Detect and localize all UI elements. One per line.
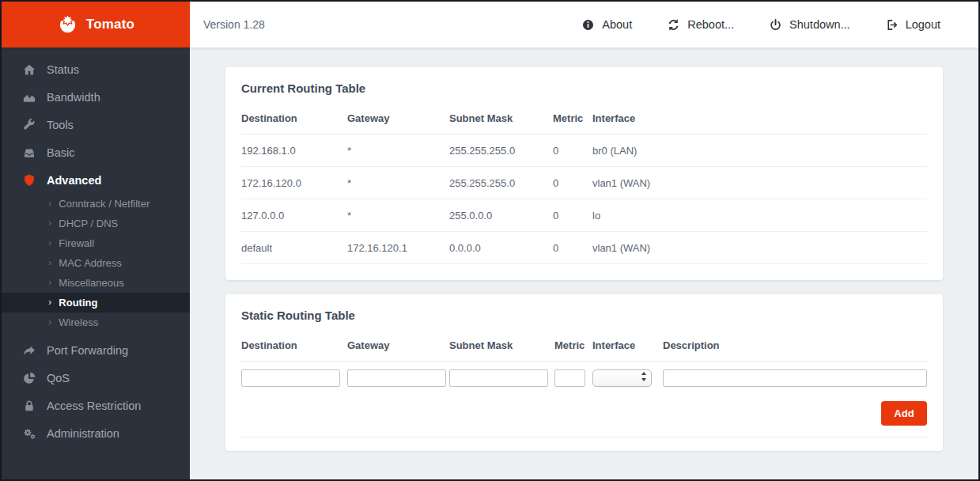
interface-select[interactable] bbox=[592, 369, 652, 387]
subnet-mask-input[interactable] bbox=[449, 369, 548, 387]
cell-interface: vlan1 (WAN) bbox=[592, 232, 927, 264]
power-icon bbox=[769, 18, 782, 32]
add-button[interactable]: Add bbox=[881, 401, 927, 426]
col-destination: Destination bbox=[241, 339, 347, 351]
submenu-label: Firewall bbox=[59, 237, 94, 249]
table-row: 192.168.1.0 * 255.255.255.0 0 br0 (LAN) bbox=[241, 134, 927, 167]
about-button[interactable]: About bbox=[581, 18, 632, 32]
col-interface: Interface bbox=[592, 95, 927, 134]
chevron-right-icon: › bbox=[48, 277, 51, 287]
cell-interface: br0 (LAN) bbox=[592, 134, 927, 167]
sidebar-item-qos[interactable]: QoS bbox=[2, 364, 190, 392]
cell-metric: 0 bbox=[553, 199, 592, 232]
destination-input[interactable] bbox=[241, 369, 340, 387]
submenu-item-conntrack[interactable]: › Conntrack / Netfilter bbox=[2, 194, 190, 214]
wrench-icon bbox=[21, 117, 36, 132]
logout-button[interactable]: Logout bbox=[885, 18, 940, 32]
submenu-item-dhcp-dns[interactable]: › DHCP / DNS bbox=[2, 214, 190, 233]
cell-destination: default bbox=[241, 232, 347, 264]
sidebar-item-label: Status bbox=[47, 63, 79, 76]
gears-icon bbox=[21, 426, 36, 441]
submenu-item-miscellaneous[interactable]: › Miscellaneous bbox=[2, 273, 190, 293]
card-bottom-divider bbox=[241, 437, 927, 451]
sidebar-item-administration[interactable]: Administration bbox=[2, 419, 190, 447]
current-routing-table: Destination Gateway Subnet Mask Metric I… bbox=[241, 95, 927, 264]
home-icon bbox=[21, 62, 36, 77]
submenu-label: DHCP / DNS bbox=[59, 218, 118, 229]
reboot-button[interactable]: Reboot... bbox=[667, 18, 734, 32]
description-input[interactable] bbox=[663, 369, 927, 387]
sidebar-item-label: Administration bbox=[47, 427, 119, 440]
cell-interface: lo bbox=[592, 199, 927, 232]
col-metric: Metric bbox=[553, 95, 592, 134]
col-gateway: Gateway bbox=[347, 95, 449, 134]
submenu-item-firewall[interactable]: › Firewall bbox=[2, 233, 190, 253]
cell-subnet-mask: 0.0.0.0 bbox=[449, 232, 553, 264]
about-label: About bbox=[602, 18, 632, 31]
cell-metric: 0 bbox=[553, 232, 592, 264]
metric-input[interactable] bbox=[554, 369, 585, 387]
col-subnet-mask: Subnet Mask bbox=[449, 95, 553, 134]
brand-logo[interactable]: Tomato bbox=[2, 2, 190, 47]
chevron-right-icon: › bbox=[48, 218, 51, 228]
advanced-submenu: › Conntrack / Netfilter › DHCP / DNS › F… bbox=[2, 194, 190, 332]
submenu-item-mac-address[interactable]: › MAC Address bbox=[2, 253, 190, 273]
cell-gateway: * bbox=[347, 134, 449, 167]
submenu-label: Routing bbox=[59, 297, 97, 309]
cell-gateway: 172.16.120.1 bbox=[347, 232, 449, 264]
sidebar: Status Bandwidth Tools bbox=[2, 47, 190, 479]
refresh-icon bbox=[667, 18, 680, 32]
gateway-input[interactable] bbox=[347, 369, 446, 387]
forward-arrow-icon bbox=[21, 343, 36, 358]
sidebar-item-bandwidth[interactable]: Bandwidth bbox=[2, 83, 190, 111]
static-table-footer: Add bbox=[241, 388, 927, 437]
table-row: default 172.16.120.1 0.0.0.0 0 vlan1 (WA… bbox=[241, 232, 927, 264]
sidebar-item-status[interactable]: Status bbox=[2, 55, 190, 83]
submenu-item-wireless[interactable]: › Wireless bbox=[2, 312, 190, 332]
static-routing-card: Static Routing Table Destination Gateway… bbox=[225, 294, 943, 451]
submenu-label: Miscellaneous bbox=[59, 277, 123, 289]
col-gateway: Gateway bbox=[347, 339, 449, 351]
sidebar-item-label: Port Forwarding bbox=[47, 344, 128, 357]
cell-destination: 172.16.120.0 bbox=[241, 167, 347, 199]
cell-subnet-mask: 255.255.255.0 bbox=[449, 134, 553, 167]
sidebar-item-basic[interactable]: Basic bbox=[2, 138, 190, 166]
table-header-row: Destination Gateway Subnet Mask Metric I… bbox=[241, 95, 927, 134]
chevron-right-icon: › bbox=[48, 198, 51, 208]
col-metric: Metric bbox=[554, 339, 592, 351]
pie-chart-icon bbox=[21, 370, 36, 385]
col-description: Description bbox=[663, 339, 927, 351]
cell-subnet-mask: 255.0.0.0 bbox=[449, 199, 553, 232]
sidebar-item-access-restriction[interactable]: Access Restriction bbox=[2, 392, 190, 419]
sidebar-item-label: Access Restriction bbox=[47, 400, 141, 412]
logout-label: Logout bbox=[906, 18, 940, 31]
chevron-right-icon: › bbox=[48, 257, 51, 267]
table-row: 127.0.0.0 * 255.0.0.0 0 lo bbox=[241, 199, 927, 232]
table-row: 172.16.120.0 * 255.255.255.0 0 vlan1 (WA… bbox=[241, 167, 927, 199]
reboot-label: Reboot... bbox=[687, 18, 734, 31]
cell-destination: 127.0.0.0 bbox=[241, 199, 347, 232]
current-routing-title: Current Routing Table bbox=[241, 81, 927, 95]
brand-name: Tomato bbox=[86, 17, 134, 32]
cell-gateway: * bbox=[347, 167, 449, 199]
logout-icon bbox=[885, 18, 899, 32]
sidebar-item-label: Basic bbox=[47, 146, 74, 159]
sidebar-item-advanced[interactable]: Advanced bbox=[2, 166, 190, 194]
sidebar-item-port-forwarding[interactable]: Port Forwarding bbox=[2, 336, 190, 364]
shield-icon bbox=[21, 172, 36, 187]
shutdown-label: Shutdown... bbox=[789, 18, 850, 31]
submenu-item-routing[interactable]: › Routing bbox=[2, 293, 190, 312]
info-icon bbox=[581, 18, 595, 32]
cell-metric: 0 bbox=[553, 134, 592, 167]
col-interface: Interface bbox=[592, 339, 663, 351]
shutdown-button[interactable]: Shutdown... bbox=[769, 18, 850, 32]
sidebar-item-tools[interactable]: Tools bbox=[2, 111, 190, 138]
submenu-label: MAC Address bbox=[59, 257, 121, 269]
static-routing-title: Static Routing Table bbox=[241, 309, 927, 322]
select-stepper-icon bbox=[641, 371, 647, 385]
cell-interface: vlan1 (WAN) bbox=[592, 167, 927, 199]
cell-subnet-mask: 255.255.255.0 bbox=[449, 167, 553, 199]
chevron-right-icon: › bbox=[48, 316, 51, 327]
header-nav: About Reboot... bbox=[581, 18, 940, 32]
version-label: Version 1.28 bbox=[203, 18, 265, 31]
